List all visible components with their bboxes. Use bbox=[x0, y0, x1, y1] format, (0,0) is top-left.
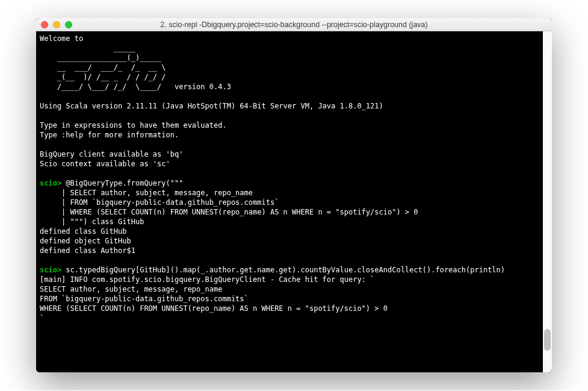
repl-input: | """) class GitHub bbox=[40, 217, 144, 226]
log-line: WHERE (SELECT COUNT(n) FROM UNNEST(repo_… bbox=[40, 304, 388, 313]
window-title: 2. scio-repl -Dbigquery.project=scio-bac… bbox=[36, 20, 552, 29]
log-line: [main] INFO com.spotify.scio.bigquery.Bi… bbox=[40, 275, 374, 284]
instructions: Type :help for more information. bbox=[40, 131, 179, 139]
ascii-art-line: _(__ )/ /__ _ / / /_/ / bbox=[40, 73, 166, 81]
scala-version: Using Scala version 2.11.11 (Java HotSpo… bbox=[40, 102, 383, 110]
welcome-text: Welcome to bbox=[40, 34, 83, 43]
terminal-area[interactable]: Welcome to _____ ________________(_)____… bbox=[36, 31, 552, 372]
scrollbar-track[interactable] bbox=[543, 31, 552, 372]
version-label: version 0.4.3 bbox=[161, 83, 231, 91]
repl-input: @BigQueryType.fromQuery(""" bbox=[61, 179, 183, 187]
repl-input: sc.typedBigQuery[GitHub]().map(_.author.… bbox=[61, 266, 505, 274]
ascii-art-line: _____ bbox=[40, 44, 135, 52]
instructions: Type in expressions to have them evaluat… bbox=[40, 121, 227, 130]
terminal-content: Welcome to _____ ________________(_)____… bbox=[40, 34, 548, 323]
titlebar[interactable]: 2. scio-repl -Dbigquery.project=scio-bac… bbox=[36, 18, 552, 31]
maximize-button[interactable] bbox=[65, 21, 72, 28]
log-line: ` bbox=[40, 314, 44, 322]
repl-input: | SELECT author, subject, message, repo_… bbox=[40, 189, 253, 197]
repl-prompt: scio> bbox=[40, 179, 61, 187]
repl-input: | WHERE (SELECT COUNT(n) FROM UNNEST(rep… bbox=[40, 208, 418, 216]
repl-input: | FROM `bigquery-public-data.github_repo… bbox=[40, 198, 279, 207]
close-button[interactable] bbox=[41, 21, 48, 28]
ascii-art-line: __ ___/ ___/_ /_ __ \ bbox=[40, 63, 166, 72]
log-line: SELECT author, subject, message, repo_na… bbox=[40, 285, 222, 293]
repl-output: defined class GitHub bbox=[40, 227, 127, 236]
bq-available: BigQuery client available as 'bq' bbox=[40, 150, 183, 158]
scrollbar-thumb[interactable] bbox=[544, 329, 551, 351]
minimize-button[interactable] bbox=[53, 21, 60, 28]
ascii-art-line: /____/ \___/ /_/ \____/ bbox=[40, 83, 161, 91]
terminal-window: 2. scio-repl -Dbigquery.project=scio-bac… bbox=[36, 18, 552, 372]
repl-output: defined object GitHub bbox=[40, 237, 131, 245]
sc-available: Scio context available as 'sc' bbox=[40, 160, 170, 168]
repl-output: defined class Author$1 bbox=[40, 246, 135, 255]
repl-prompt: scio> bbox=[40, 266, 61, 274]
ascii-art-line: ________________(_)_____ bbox=[40, 54, 161, 62]
traffic-lights bbox=[41, 21, 72, 28]
log-line: FROM `bigquery-public-data.github_repos.… bbox=[40, 295, 249, 303]
